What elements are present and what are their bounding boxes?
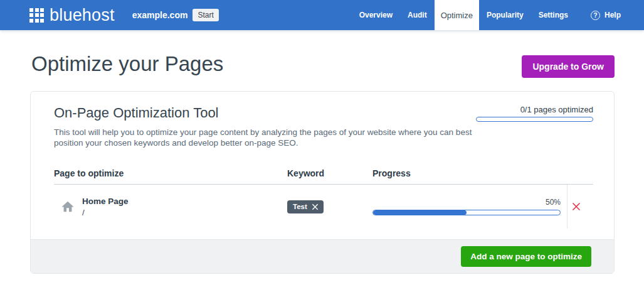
keyword-chip[interactable]: Test: [287, 200, 324, 213]
keyword-cell: Test: [287, 185, 372, 229]
bluehost-grid-logo-icon: [29, 8, 44, 23]
help-label: Help: [604, 11, 621, 19]
card-header-left: On-Page Optimization Tool This tool will…: [54, 105, 476, 148]
card-header-right: 0/1 pages optimized: [476, 105, 593, 148]
remove-keyword-icon[interactable]: [311, 203, 319, 211]
progress-percent-label: 50%: [372, 198, 561, 207]
nav-item-audit[interactable]: Audit: [400, 0, 435, 30]
start-badge[interactable]: Start: [193, 9, 218, 21]
row-progress-bar: [372, 210, 561, 215]
keyword-chip-label: Test: [293, 203, 307, 210]
card-title: On-Page Optimization Tool: [54, 105, 476, 121]
row-progress-fill: [373, 210, 467, 215]
column-header-keyword: Keyword: [287, 168, 372, 178]
page-title: Optimize your Pages: [31, 52, 223, 76]
pages-table: Page to optimize Keyword Progress Home P…: [54, 168, 593, 229]
column-header-progress: Progress: [372, 168, 567, 178]
card-header: On-Page Optimization Tool This tool will…: [54, 105, 593, 148]
delete-cell[interactable]: [567, 185, 593, 229]
nav-item-popularity[interactable]: Popularity: [479, 0, 531, 30]
help-icon: ?: [591, 11, 600, 20]
card-footer: Add a new page to optimize: [31, 239, 614, 273]
upgrade-to-grow-button[interactable]: Upgrade to Grow: [522, 55, 615, 78]
page-cell[interactable]: Home Page /: [54, 185, 287, 229]
page-name: Home Page: [82, 197, 129, 206]
site-domain: example.com: [132, 10, 188, 20]
nav-item-optimize[interactable]: Optimize: [435, 0, 479, 30]
overall-progress-bar: [476, 117, 593, 122]
brand-name: bluehost: [50, 6, 115, 25]
nav-menu: Overview Audit Optimize Popularity Setti…: [352, 0, 628, 30]
nav-item-settings[interactable]: Settings: [531, 0, 576, 30]
card-description: This tool will help you to optimize your…: [54, 127, 476, 148]
column-header-delete: [567, 168, 593, 178]
delete-page-icon[interactable]: [570, 200, 583, 213]
table-header-row: Page to optimize Keyword Progress: [54, 168, 593, 185]
top-navigation-bar: bluehost example.com Start Overview Audi…: [0, 0, 644, 30]
help-button[interactable]: ? Help: [583, 0, 628, 30]
nav-item-overview[interactable]: Overview: [352, 0, 400, 30]
add-page-button[interactable]: Add a new page to optimize: [461, 246, 591, 267]
card-body: On-Page Optimization Tool This tool will…: [31, 92, 614, 239]
home-icon: [61, 200, 75, 213]
page-text: Home Page /: [82, 197, 129, 217]
brand[interactable]: bluehost: [0, 0, 115, 30]
column-header-page: Page to optimize: [54, 168, 287, 178]
page-path: /: [82, 208, 129, 217]
progress-stack: 50%: [372, 198, 561, 215]
on-page-optimization-card: On-Page Optimization Tool This tool will…: [30, 91, 615, 274]
progress-cell: 50%: [372, 185, 567, 229]
pages-optimized-label: 0/1 pages optimized: [476, 105, 593, 114]
table-row: Home Page / Test 50%: [54, 185, 593, 229]
page-header: Optimize your Pages Upgrade to Grow: [0, 30, 644, 78]
